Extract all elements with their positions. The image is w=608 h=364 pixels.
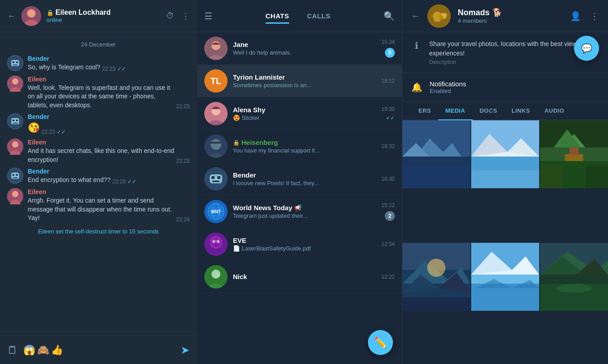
avatar-eileen	[7, 76, 23, 92]
timer-icon[interactable]: ⏱	[166, 11, 174, 21]
svg-point-35	[211, 139, 221, 150]
username-text: Eileen Lockhard	[55, 8, 111, 17]
message-content: Eileen And it has secret chats, like thi…	[28, 139, 190, 164]
message-row: Bender End encryption to what end?? 22:2…	[7, 168, 190, 185]
notifications-section: 🔔 Notifications Enabled	[402, 73, 608, 102]
chat-time: 15:12	[381, 202, 395, 208]
sender-name: Bender	[28, 113, 190, 120]
message-content: Bender 😘 22:23 ✓✓	[28, 113, 190, 135]
chat-item-bender[interactable]: Bender I looove new Pixels! If fact, the…	[197, 163, 402, 195]
svg-rect-6	[13, 61, 14, 63]
avatar-bender	[7, 55, 23, 71]
send-button[interactable]: ➤	[181, 344, 190, 356]
chat-meta: 12:54	[381, 241, 395, 247]
tab-docs[interactable]: DOCS	[473, 102, 505, 119]
chat-item-nick[interactable]: Nick 12:22	[197, 261, 402, 293]
media-thumb-6[interactable]	[540, 243, 608, 311]
chat-item-jane[interactable]: Jane Well I do help animals. 15:34 5	[197, 32, 402, 65]
media-thumb-5[interactable]	[471, 243, 539, 311]
search-button[interactable]: 🔍	[384, 11, 395, 21]
chat-list: Jane Well I do help animals. 15:34 5 TL …	[197, 32, 402, 364]
sticker-button[interactable]: 🗒	[7, 344, 18, 356]
group-emoji: 🐕	[492, 8, 502, 17]
chat-messages-list: 24 December Bender So, why is Telegram c…	[0, 32, 197, 335]
svg-point-54	[217, 240, 220, 243]
group-members-count: 4 members	[458, 17, 563, 24]
message-time: 22:24	[176, 216, 190, 223]
message-text: Arrgh. Forget it. You can set a timer an…	[28, 196, 174, 223]
avatar-heisenberg	[204, 135, 228, 158]
message-row: Eileen And it has secret chats, like thi…	[7, 139, 190, 164]
chat-fab-button[interactable]: 💬	[574, 36, 599, 61]
description-label: Description	[429, 59, 599, 65]
check-icon: ✓✓	[117, 66, 126, 72]
chat-name: 🔒 Heisenberg	[233, 139, 376, 146]
tab-chats[interactable]: CHATS	[266, 8, 289, 23]
message-content: Bender End encryption to what end?? 22:2…	[28, 168, 190, 185]
chat-preview: Well I do help animals.	[233, 49, 376, 56]
check-icon: ✓✓	[386, 115, 395, 121]
message-time: 22:23	[176, 158, 190, 164]
chat-list-header: ☰ CHATS CALLS 🔍	[197, 0, 402, 32]
svg-rect-88	[402, 297, 470, 310]
add-member-icon[interactable]: 👤	[570, 11, 581, 21]
avatar-bender	[7, 168, 23, 184]
compose-fab-button[interactable]: ✏️	[368, 330, 393, 355]
chat-item-alena[interactable]: Alena Shy 😍 Sticker 19:30 ✓✓	[197, 97, 402, 130]
message-text: So, why is Telegram cool?	[28, 63, 100, 72]
more-options-icon[interactable]: ⋮	[182, 11, 190, 21]
chat-preview: 📄 LaserBlastSafetyGuide.pdf	[233, 245, 376, 252]
svg-rect-24	[13, 178, 18, 178]
chat-name: Jane	[233, 41, 376, 48]
chat-preview: 😍 Sticker	[233, 114, 376, 121]
message-text: Well, look. Telegram is superfast and yo…	[28, 84, 174, 110]
message-time: 22:23	[112, 178, 126, 185]
chat-name: World News Today 📢	[233, 204, 376, 212]
svg-rect-22	[13, 174, 14, 176]
user-status: online	[46, 17, 161, 23]
svg-rect-81	[585, 165, 608, 188]
chat-item-tyrion[interactable]: TL Tyrion Lannister Sometimes possession…	[197, 65, 402, 97]
message-text: 😘	[28, 121, 40, 135]
sender-name: Bender	[28, 168, 190, 175]
chat-info-tyrion: Tyrion Lannister Sometimes possession is…	[233, 73, 376, 89]
svg-point-61	[434, 17, 441, 22]
header-actions: ⏱ ⋮	[166, 11, 190, 21]
chat-header: ← 🔒 Eileen Lockhard online ⏱ ⋮	[0, 0, 197, 32]
tab-members[interactable]: ERS	[411, 102, 438, 119]
unread-badge: 5	[385, 48, 395, 58]
svg-rect-66	[402, 165, 470, 188]
chat-meta: 18:12	[381, 78, 395, 84]
right-back-button[interactable]: ←	[411, 11, 420, 21]
chat-preview: Telegram just updated their...	[233, 212, 376, 219]
system-message: Eileen set the self-destruct timer to 15…	[7, 226, 190, 237]
tab-links[interactable]: LINKS	[504, 102, 537, 119]
chat-item-heisenberg[interactable]: 🔒 Heisenberg You have my financial suppo…	[197, 130, 402, 163]
user-name: 🔒 Eileen Lockhard	[46, 8, 161, 17]
chat-preview: I looove new Pixels! If fact, they...	[233, 180, 376, 186]
lock-channel-icon: 🔒	[233, 140, 240, 146]
chat-meta: 15:34 5	[381, 39, 395, 58]
chat-item-wnt[interactable]: WNT World News Today 📢 Telegram just upd…	[197, 195, 402, 228]
menu-button[interactable]: ☰	[204, 11, 212, 21]
chat-time: 18:32	[381, 143, 395, 149]
svg-rect-40	[211, 176, 215, 179]
chat-item-eve[interactable]: EVE 📄 LaserBlastSafetyGuide.pdf 12:54	[197, 228, 402, 261]
chat-name: Bender	[233, 171, 376, 179]
media-thumb-1[interactable]	[402, 120, 470, 188]
media-thumb-2[interactable]	[471, 120, 539, 188]
avatar-tyrion: TL	[204, 69, 228, 93]
left-chat-panel: ← 🔒 Eileen Lockhard online ⏱ ⋮ 24 Decemb…	[0, 0, 197, 364]
chat-meta: 19:30 ✓✓	[381, 106, 395, 121]
right-header-actions: 👤 ⋮	[570, 11, 599, 21]
back-button[interactable]: ←	[7, 11, 16, 21]
media-thumb-4[interactable]	[402, 243, 470, 311]
svg-rect-78	[570, 148, 578, 157]
tab-audio[interactable]: AUDIO	[537, 102, 571, 119]
sender-name: Eileen	[28, 76, 190, 83]
tab-calls[interactable]: CALLS	[307, 8, 331, 23]
svg-rect-16	[13, 123, 18, 124]
tab-media[interactable]: MEDIA	[438, 102, 472, 120]
media-thumb-3[interactable]	[540, 120, 608, 188]
more-options-icon[interactable]: ⋮	[590, 11, 599, 21]
